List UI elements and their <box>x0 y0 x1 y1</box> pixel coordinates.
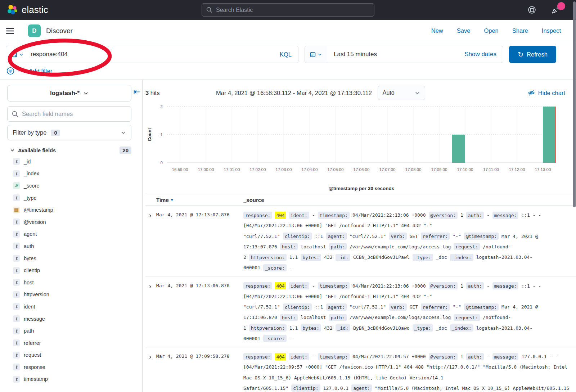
global-header: elastic <box>0 0 576 20</box>
field-item-agent[interactable]: tagent <box>7 228 142 240</box>
svg-text:17:03:00: 17:03:00 <box>276 167 292 172</box>
field-item-clientip[interactable]: tclientip <box>7 264 142 276</box>
field-item-path[interactable]: tpath <box>7 325 142 337</box>
filter-by-type-select[interactable]: Filter by type 0 <box>7 125 131 140</box>
hide-chart-button[interactable]: Hide chart <box>528 89 565 96</box>
interval-value: Auto <box>383 90 395 96</box>
refresh-button[interactable]: ↻ Refresh <box>509 46 556 63</box>
hide-chart-label: Hide chart <box>538 90 565 96</box>
text-type-icon: t <box>13 231 20 238</box>
eye-slash-icon <box>528 89 535 96</box>
nav-action-open[interactable]: Open <box>484 27 498 34</box>
text-type-icon: t <box>13 352 20 359</box>
query-input[interactable] <box>28 51 273 58</box>
field-item-ident[interactable]: tident <box>7 301 142 313</box>
newsfeed-button[interactable] <box>551 5 560 15</box>
field-item-_id[interactable]: t_id <box>7 156 142 168</box>
field-item-message[interactable]: tmessage <box>7 313 142 325</box>
field-item-host[interactable]: thost <box>7 276 142 289</box>
field-item-response[interactable]: tresponse <box>7 361 142 373</box>
field-item-auth[interactable]: tauth <box>7 240 142 252</box>
field-item-httpversion[interactable]: thttpversion <box>7 289 142 301</box>
show-dates-button[interactable]: Show dates <box>464 51 503 58</box>
expand-row-icon[interactable]: › <box>145 210 156 273</box>
query-language-button[interactable]: KQL <box>273 51 298 58</box>
filter-separator: – <box>18 68 21 74</box>
index-pattern-select[interactable]: logstash-* <box>7 85 131 102</box>
field-search-input[interactable] <box>22 111 127 117</box>
fields-sidebar: ⇤ logstash-* Filter by type 0 Ava <box>0 80 143 392</box>
time-column-header[interactable]: Time▼ <box>156 197 243 203</box>
histogram-chart[interactable]: 16:59:0017:00:0017:01:0017:02:0017:03:00… <box>145 102 576 194</box>
field-item-timestamp[interactable]: ttimestamp <box>7 373 142 386</box>
hits-label: hits <box>150 90 160 96</box>
time-column-label: Time <box>156 197 169 203</box>
field-item-_score[interactable]: #_score <box>7 180 142 192</box>
help-icon[interactable] <box>527 5 536 14</box>
field-value: ::1 <box>315 234 323 239</box>
global-search[interactable] <box>202 3 374 17</box>
row-timestamp: Mar 4, 2021 @ 17:09:58.278 <box>156 351 243 392</box>
field-value: "curl/7.52.1" <box>350 304 386 310</box>
nav-action-share[interactable]: Share <box>512 27 528 34</box>
date-quick-menu-button[interactable] <box>305 46 327 63</box>
text-type-icon: t <box>13 194 20 201</box>
collapse-sidebar-icon[interactable]: ⇤ <box>134 87 140 96</box>
field-pill: _type: <box>413 324 433 332</box>
filter-icon[interactable] <box>6 67 14 75</box>
date-picker-group: Last 15 minutes Show dates <box>305 46 503 63</box>
field-name: referrer <box>24 340 41 346</box>
field-pill: _type: <box>413 254 433 261</box>
field-pill: _id: <box>336 254 350 261</box>
field-name: path <box>24 328 34 334</box>
field-item-bytes[interactable]: tbytes <box>7 252 142 265</box>
field-name: auth <box>24 243 34 249</box>
available-fields-header[interactable]: Available fields 20 <box>10 147 131 154</box>
chevron-down-icon <box>121 130 126 135</box>
field-pill: @timestamp: <box>464 303 499 311</box>
field-item-request[interactable]: trequest <box>7 349 142 361</box>
svg-text:17:07:00: 17:07:00 <box>379 167 396 172</box>
saved-query-menu-button[interactable] <box>6 46 28 63</box>
field-name: _score <box>24 183 40 189</box>
field-value: - <box>487 283 490 289</box>
field-name: response <box>24 364 45 370</box>
add-filter-button[interactable]: + Add filter <box>24 68 52 75</box>
field-item-referrer[interactable]: treferrer <box>7 337 142 349</box>
field-pill: response: <box>243 212 272 219</box>
nav-action-inspect[interactable]: Inspect <box>542 27 561 34</box>
field-item-_index[interactable]: t_index <box>7 168 142 180</box>
hamburger-menu-button[interactable] <box>0 20 20 42</box>
field-name: _type <box>24 195 36 201</box>
field-name: bytes <box>24 256 36 261</box>
field-pill: verb: <box>389 303 406 311</box>
field-list: t_idt_index#_scoret_type▦@timestampt@ver… <box>7 156 142 385</box>
expand-row-icon[interactable]: › <box>145 351 156 392</box>
field-value: 1 <box>460 283 463 289</box>
nav-action-new[interactable]: New <box>431 27 443 34</box>
field-name: clientip <box>24 267 40 273</box>
elastic-logo[interactable]: elastic <box>6 4 48 16</box>
text-type-icon: t <box>13 339 20 346</box>
elastic-logo-icon <box>6 4 18 16</box>
field-value: /var/www/example.com/logs/access.log <box>350 315 451 320</box>
interval-select[interactable]: Auto <box>378 86 425 100</box>
row-source: response:404ident:-timestamp:04/Mar/2021… <box>243 281 576 344</box>
expand-row-icon[interactable]: › <box>145 281 156 344</box>
field-item-@timestamp[interactable]: ▦@timestamp <box>7 204 142 216</box>
svg-text:17:02:00: 17:02:00 <box>250 167 266 172</box>
field-pill: auth: <box>466 212 484 219</box>
field-item-_type[interactable]: t_type <box>7 192 142 204</box>
time-range-value[interactable]: Last 15 minutes <box>327 51 464 58</box>
row-timestamp: Mar 4, 2021 @ 17:13:06.870 <box>156 281 243 344</box>
scrollbar[interactable] <box>573 1 576 207</box>
field-value: 432 <box>324 254 332 260</box>
global-search-input[interactable] <box>216 7 370 13</box>
field-search[interactable] <box>7 106 131 122</box>
nav-action-save[interactable]: Save <box>457 27 471 34</box>
field-item-@version[interactable]: t@version <box>7 216 142 228</box>
save-icon <box>11 51 17 58</box>
highlighted-value: 404 <box>275 282 285 289</box>
filter-by-type-count: 0 <box>51 130 60 136</box>
field-pill: _score: <box>263 335 287 342</box>
